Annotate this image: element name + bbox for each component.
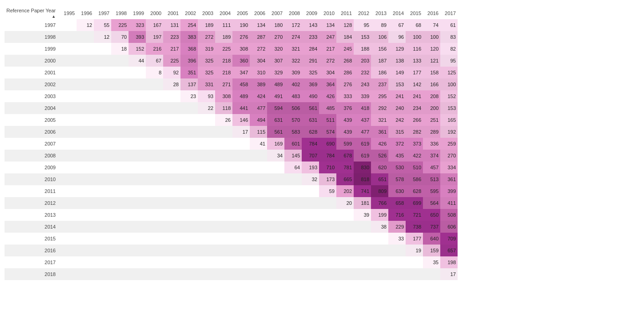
data-cell: [284, 197, 302, 209]
row-year-label: 2011: [5, 185, 59, 197]
data-cell: 526: [371, 150, 388, 162]
data-cell: [267, 233, 284, 245]
data-cell: [215, 173, 232, 185]
data-cell: 309: [284, 67, 302, 78]
data-cell: [215, 256, 232, 268]
data-cell: [59, 233, 77, 245]
data-cell: 245: [336, 43, 354, 55]
data-cell: 189: [215, 31, 232, 43]
data-cell: [94, 197, 111, 209]
data-cell: 118: [215, 102, 232, 114]
data-cell: [198, 197, 215, 209]
col-year-header: 2013: [371, 7, 388, 19]
data-cell: [302, 185, 319, 197]
data-cell: 418: [354, 102, 371, 114]
data-cell: [111, 126, 129, 138]
data-cell: [77, 102, 94, 114]
data-cell: [77, 138, 94, 150]
data-cell: [163, 150, 180, 162]
row-year-label: 2005: [5, 114, 59, 126]
data-cell: [302, 245, 319, 256]
data-cell: 137: [180, 78, 198, 90]
data-cell: 336: [423, 138, 440, 150]
data-cell: 61: [440, 19, 458, 31]
data-cell: [215, 268, 232, 280]
data-cell: [215, 221, 232, 233]
data-cell: 489: [232, 90, 250, 102]
data-cell: 657: [440, 245, 458, 256]
data-cell: 159: [423, 245, 440, 256]
data-cell: 100: [406, 31, 423, 43]
data-cell: 82: [440, 43, 458, 55]
data-cell: [267, 173, 284, 185]
data-cell: [59, 19, 77, 31]
data-cell: [146, 197, 163, 209]
data-cell: [111, 268, 129, 280]
data-cell: 266: [406, 114, 423, 126]
data-cell: [94, 268, 111, 280]
data-cell: [354, 221, 371, 233]
data-cell: 19: [406, 245, 423, 256]
data-cell: [232, 209, 250, 221]
data-cell: [94, 209, 111, 221]
data-cell: [163, 268, 180, 280]
data-cell: [129, 102, 146, 114]
data-cell: 631: [302, 114, 319, 126]
data-cell: 640: [423, 233, 440, 245]
data-cell: 601: [284, 138, 302, 150]
col-year-header: 2005: [232, 7, 250, 19]
data-cell: [163, 173, 180, 185]
data-cell: [180, 138, 198, 150]
data-cell: 383: [180, 31, 198, 43]
data-cell: [129, 90, 146, 102]
data-cell: [94, 221, 111, 233]
data-cell: 511: [319, 114, 336, 126]
data-cell: 153: [440, 102, 458, 114]
data-cell: 12: [94, 31, 111, 43]
data-cell: 315: [388, 126, 406, 138]
data-cell: 177: [406, 233, 423, 245]
data-cell: 424: [250, 90, 267, 102]
data-cell: 707: [302, 150, 319, 162]
data-cell: [77, 185, 94, 197]
data-cell: 152: [440, 90, 458, 102]
data-cell: [302, 221, 319, 233]
data-cell: 243: [354, 78, 371, 90]
data-cell: 169: [267, 138, 284, 150]
data-cell: [198, 256, 215, 268]
data-cell: [232, 197, 250, 209]
data-cell: [388, 268, 406, 280]
data-cell: 200: [423, 102, 440, 114]
col-year-header: 2016: [423, 7, 440, 19]
data-cell: 33: [388, 233, 406, 245]
data-cell: [146, 102, 163, 114]
data-cell: [111, 209, 129, 221]
data-cell: [198, 126, 215, 138]
data-cell: [319, 221, 336, 233]
data-cell: 295: [371, 90, 388, 102]
data-cell: 115: [250, 126, 267, 138]
data-cell: [423, 268, 440, 280]
data-cell: [59, 256, 77, 268]
data-cell: [354, 256, 371, 268]
data-cell: [77, 31, 94, 43]
data-cell: [163, 197, 180, 209]
data-cell: [215, 126, 232, 138]
data-cell: [180, 185, 198, 197]
data-cell: 320: [267, 43, 284, 55]
data-cell: [111, 162, 129, 173]
data-cell: [267, 209, 284, 221]
data-cell: [163, 162, 180, 173]
row-year-label: 2018: [5, 268, 59, 280]
data-cell: [94, 150, 111, 162]
data-cell: [59, 162, 77, 173]
row-year-label: 2010: [5, 173, 59, 185]
data-cell: 187: [371, 55, 388, 67]
col-year-header: 2004: [215, 7, 232, 19]
data-cell: [129, 138, 146, 150]
data-cell: 483: [284, 90, 302, 102]
data-cell: [94, 114, 111, 126]
data-cell: 55: [94, 19, 111, 31]
data-cell: [180, 233, 198, 245]
data-cell: 396: [180, 55, 198, 67]
